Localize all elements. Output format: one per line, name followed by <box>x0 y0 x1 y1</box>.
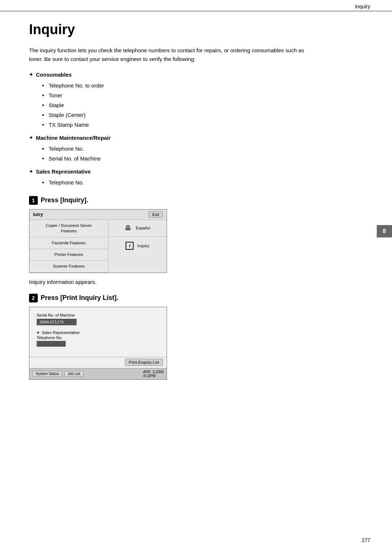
intro-paragraph: The inquiry function lets you check the … <box>29 46 305 64</box>
screen2-body: Serial No. of Machine 3A84-071174 ► Sale… <box>29 307 167 354</box>
screen1-left-panel: Copier / Document ServerFeatures Facsimi… <box>29 220 109 273</box>
telephone-label: Telephone No. <box>37 335 159 340</box>
step1-heading: 1 Press [Inquiry]. <box>29 196 363 205</box>
header-title: Inquiry <box>355 4 370 9</box>
screen1-inquiry-text: Inquiry <box>137 244 149 248</box>
screen1-top-bar: luiry Exit <box>29 209 167 220</box>
list-item: TX Stamp Name <box>42 120 363 130</box>
info-icon: i <box>126 242 134 250</box>
section-machine-header: ✦ Machine Maintenance/Repair <box>29 135 363 141</box>
list-item: Telephone No. <box>42 178 363 187</box>
list-item: Telephone No. to order <box>42 81 363 90</box>
machine-title: Machine Maintenance/Repair <box>36 135 111 141</box>
sales-rep-label: ► Sales Representative <box>37 330 159 335</box>
step1-text: Press [Inquiry]. <box>41 196 88 204</box>
screen1-left-item-4[interactable]: Scanner Features <box>29 261 108 272</box>
page-container: Inquiry Inquiry The inquiry function let… <box>0 0 392 554</box>
list-item: Serial No. of Machine <box>42 154 363 163</box>
screen1-mockup: luiry Exit Copier / Document ServerFeatu… <box>29 209 167 273</box>
main-content: Inquiry The inquiry function lets you ch… <box>0 11 392 400</box>
step2-heading: 2 Press [Print Inquiry List]. <box>29 294 363 302</box>
screen1-right-top: 🖶 Español <box>109 220 167 237</box>
diamond-icon-1: ✦ <box>29 72 33 77</box>
screen2-status-bar: System Status Job List APR 3,20064:13PM <box>29 368 167 379</box>
system-status-button[interactable]: System Status <box>32 371 62 377</box>
diamond-icon-2: ✦ <box>29 135 33 140</box>
sales-rep-text: Sales Representative <box>42 330 80 335</box>
list-item: Staple (Center) <box>42 110 363 120</box>
screen1-exit-button[interactable]: Exit <box>148 211 163 218</box>
serial-value: 3A84-071174 <box>37 319 77 325</box>
sales-title: Sales Representative <box>36 168 91 175</box>
arrow-icon: ► <box>37 330 40 334</box>
section-sales-header: ✦ Sales Representative <box>29 168 363 175</box>
page-number: 277 <box>362 537 370 543</box>
list-item: Toner <box>42 90 363 100</box>
list-item: Staple <box>42 100 363 110</box>
consumables-list: Telephone No. to order Toner Staple Stap… <box>42 81 363 130</box>
header-bar: Inquiry <box>0 0 392 11</box>
printer-icon: 🖶 <box>125 224 131 232</box>
machine-list: Telephone No. Serial No. of Machine <box>42 144 363 163</box>
screen1-body: Copier / Document ServerFeatures Facsimi… <box>29 220 167 273</box>
list-item: Telephone No. <box>42 144 363 154</box>
screen1-left-item-1[interactable]: Copier / Document ServerFeatures <box>29 220 108 237</box>
section-consumables-header: ✦ Consumables <box>29 72 363 78</box>
page-title: Inquiry <box>29 22 363 37</box>
datetime-display: APR 3,20064:13PM <box>143 370 164 378</box>
step2-text: Press [Print Inquiry List]. <box>41 294 118 302</box>
screen1-title: luiry <box>33 212 43 217</box>
step1-number: 1 <box>29 196 38 205</box>
screen1-left-item-2[interactable]: Facsimile Features <box>29 237 108 249</box>
serial-label: Serial No. of Machine <box>37 313 159 317</box>
telephone-value-box <box>37 341 66 347</box>
consumables-title: Consumables <box>36 72 72 78</box>
step2-number: 2 <box>29 294 38 302</box>
job-list-button[interactable]: Job List <box>64 371 83 377</box>
print-enquiry-button[interactable]: Print Enquiry List <box>125 359 163 366</box>
side-tab: 8 <box>377 225 392 237</box>
screen2-bottom-bar: Print Enquiry List <box>29 357 167 368</box>
screen1-right-bottom: i Inquiry <box>109 237 167 255</box>
diamond-icon-3: ✦ <box>29 169 33 174</box>
screen1-lang-text: Español <box>136 226 150 230</box>
info-text: Inquiry information appears. <box>29 279 363 285</box>
screen1-left-item-3[interactable]: Printer Features <box>29 249 108 261</box>
screen1-right-panel: 🖶 Español i Inquiry <box>109 220 167 273</box>
sales-list: Telephone No. <box>42 178 363 187</box>
screen2-mockup: Serial No. of Machine 3A84-071174 ► Sale… <box>29 307 167 380</box>
